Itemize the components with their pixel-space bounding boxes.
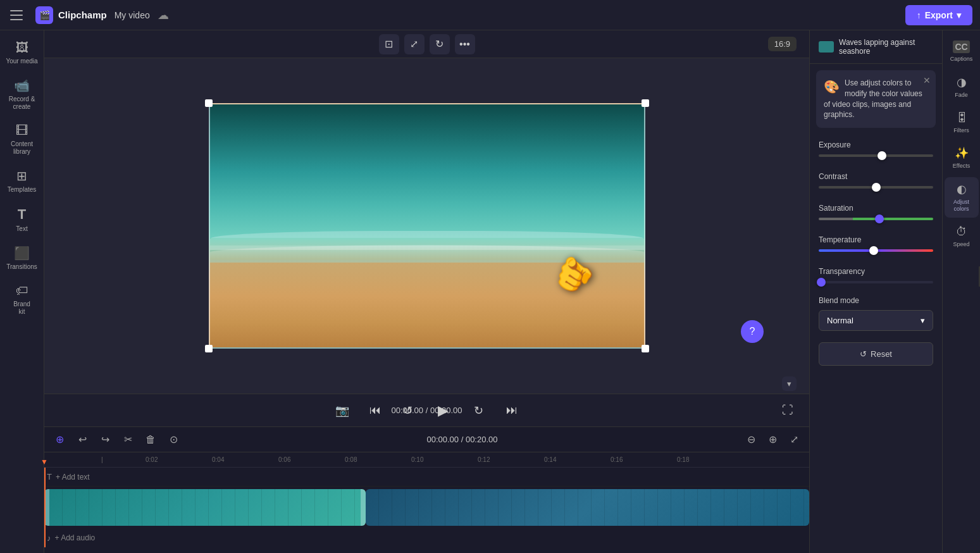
- sidebar-label-transitions: Transitions: [6, 263, 37, 271]
- blend-mode-value: Normal: [827, 316, 853, 325]
- resize-handle-tr[interactable]: [642, 99, 649, 107]
- video-clip-1[interactable]: [44, 489, 366, 526]
- video-title[interactable]: My video: [115, 10, 150, 20]
- fade-tool-button[interactable]: ◑ Fade: [945, 70, 979, 104]
- blend-mode-select[interactable]: Normal ▾: [819, 310, 933, 331]
- captions-tool-button[interactable]: CC Captions: [945, 35, 979, 68]
- panel-header: Waves lapping against seashore: [810, 30, 942, 64]
- redo-button[interactable]: ↪: [96, 431, 114, 449]
- temperature-label: Temperature: [819, 235, 933, 244]
- contrast-slider-thumb[interactable]: [872, 183, 881, 192]
- rotate-button[interactable]: ↻: [430, 34, 450, 54]
- crop-button[interactable]: ⊡: [379, 34, 399, 54]
- fullscreen-button[interactable]: ⛶: [776, 399, 799, 422]
- sidebar-item-templates[interactable]: ⊞ Templates: [3, 163, 41, 199]
- sidebar-item-content-library[interactable]: 🎞 Contentlibrary: [3, 118, 41, 161]
- adjust-colors-panel: Waves lapping against seashore 🎨 Use adj…: [809, 30, 942, 553]
- cloud-save-icon[interactable]: ☁: [158, 8, 169, 22]
- ruler-mark-4: 0:08: [345, 456, 357, 463]
- saturation-label: Saturation: [819, 204, 933, 213]
- tooltip-close-button[interactable]: ✕: [923, 75, 931, 85]
- timeline-ruler: | 0:02 0:04 0:06 0:08 0:10 0:12 0:14 0:1…: [44, 452, 809, 468]
- skip-forward-button[interactable]: ⏭: [500, 399, 523, 422]
- ruler-mark-5: 0:10: [411, 456, 423, 463]
- ruler-mark-7: 0:14: [544, 456, 556, 463]
- far-right-panel: CC Captions ◑ Fade 🎛 Filters ✨ Effects ◐…: [942, 30, 980, 553]
- skip-back-button[interactable]: ⏮: [364, 399, 387, 422]
- saturation-slider-track[interactable]: [819, 218, 933, 220]
- sidebar-item-your-media[interactable]: 🖼 Your media: [3, 35, 41, 70]
- effects-tool-button[interactable]: ✨ Effects: [945, 141, 979, 175]
- contrast-section: Contrast: [810, 166, 942, 197]
- expand-timeline-button[interactable]: ⤢: [785, 431, 803, 449]
- transparency-section: Transparency: [810, 261, 942, 290]
- your-media-icon: 🖼: [16, 40, 28, 55]
- exposure-slider-track[interactable]: [819, 154, 933, 157]
- brand-kit-icon: 🏷: [16, 283, 28, 298]
- panel-video-thumbnail: [819, 41, 834, 53]
- sidebar-item-transitions[interactable]: ⬛ Transitions: [3, 240, 41, 276]
- cut-button[interactable]: ✂: [119, 431, 137, 449]
- add-audio-track-row[interactable]: ♪ + Add audio: [44, 528, 809, 547]
- sidebar-item-text[interactable]: T Text: [3, 201, 41, 238]
- transitions-icon: ⬛: [14, 245, 30, 261]
- sidebar-item-record-create[interactable]: 📹 Record &create: [3, 73, 41, 116]
- transparency-slider-track[interactable]: [819, 281, 933, 283]
- playhead[interactable]: [44, 468, 46, 547]
- fast-forward-button[interactable]: ↻: [468, 399, 490, 422]
- saturation-slider-thumb[interactable]: [875, 214, 884, 223]
- video-clip-2[interactable]: [366, 489, 809, 526]
- resize-handle-br[interactable]: [642, 345, 649, 352]
- ruler-mark-8: 0:16: [611, 456, 623, 463]
- speed-tool-button[interactable]: ⏱ Speed: [945, 220, 979, 253]
- temperature-slider-thumb[interactable]: [869, 246, 878, 255]
- save-to-clip-button[interactable]: ⊙: [164, 431, 182, 449]
- total-time: 00:20.00: [430, 406, 462, 415]
- timeline-area: ⊕ ↩ ↪ ✂ 🗑 ⊙ 00:00.00 / 00:20.00 ⊖ ⊕ ⤢ | …: [44, 426, 809, 553]
- help-button[interactable]: ?: [741, 320, 764, 343]
- exposure-slider-thumb[interactable]: [878, 151, 886, 160]
- fade-icon: ◑: [957, 75, 967, 89]
- sidebar-item-brand-kit[interactable]: 🏷 Brandkit: [3, 278, 41, 321]
- clip-1-handle-right[interactable]: [361, 489, 366, 526]
- ruler-mark-9: 0:18: [677, 456, 689, 463]
- video-frame[interactable]: [209, 103, 645, 349]
- transparency-slider-thumb[interactable]: [817, 278, 826, 287]
- exposure-section: Exposure: [810, 134, 942, 166]
- export-button[interactable]: ↑ Export ▾: [905, 5, 972, 25]
- fit-button[interactable]: ⤢: [404, 34, 425, 54]
- resize-handle-tl[interactable]: [205, 99, 213, 107]
- snap-button[interactable]: ⊕: [51, 431, 68, 449]
- video-track-row: [44, 488, 809, 527]
- delete-button[interactable]: 🗑: [142, 431, 159, 449]
- add-text-t-icon: T: [47, 472, 52, 482]
- add-text-track-row[interactable]: T + Add text: [44, 468, 809, 487]
- blend-mode-label: Blend mode: [819, 296, 933, 305]
- sidebar-label-brand-kit: Brandkit: [13, 301, 30, 316]
- zoom-out-button[interactable]: ⊖: [742, 431, 760, 449]
- undo-button[interactable]: ↩: [73, 431, 91, 449]
- filters-tool-button[interactable]: 🎛 Filters: [945, 106, 979, 139]
- screenshot-button[interactable]: 📷: [331, 399, 354, 422]
- ruler-mark-3: 0:06: [278, 456, 290, 463]
- scroll-down-button[interactable]: ▾: [782, 376, 797, 391]
- temperature-slider-track[interactable]: [819, 249, 933, 252]
- record-create-icon: 📹: [14, 78, 30, 93]
- adjust-colors-tooltip: 🎨 Use adjust colors to modify the color …: [816, 70, 936, 128]
- menu-button[interactable]: [8, 5, 28, 25]
- logo-icon: 🎬: [35, 6, 53, 24]
- adjust-colors-tool-button[interactable]: ◐ Adjustcolors: [945, 177, 979, 218]
- exposure-label: Exposure: [819, 140, 933, 149]
- reset-button[interactable]: ↺ Reset: [819, 342, 933, 366]
- zoom-in-button[interactable]: ⊕: [764, 431, 781, 449]
- aspect-ratio-badge[interactable]: 16:9: [768, 37, 797, 51]
- effects-label: Effects: [953, 163, 970, 170]
- contrast-slider-track[interactable]: [819, 186, 933, 189]
- saturation-section: Saturation: [810, 197, 942, 229]
- more-options-button[interactable]: •••: [455, 34, 475, 54]
- resize-handle-bl[interactable]: [205, 345, 213, 352]
- video-preview-area: 🫵 ? ▾: [44, 58, 809, 394]
- adjust-colors-tool-icon: ◐: [957, 182, 967, 196]
- filters-icon: 🎛: [956, 111, 967, 125]
- adjust-colors-tool-label: Adjustcolors: [953, 199, 969, 213]
